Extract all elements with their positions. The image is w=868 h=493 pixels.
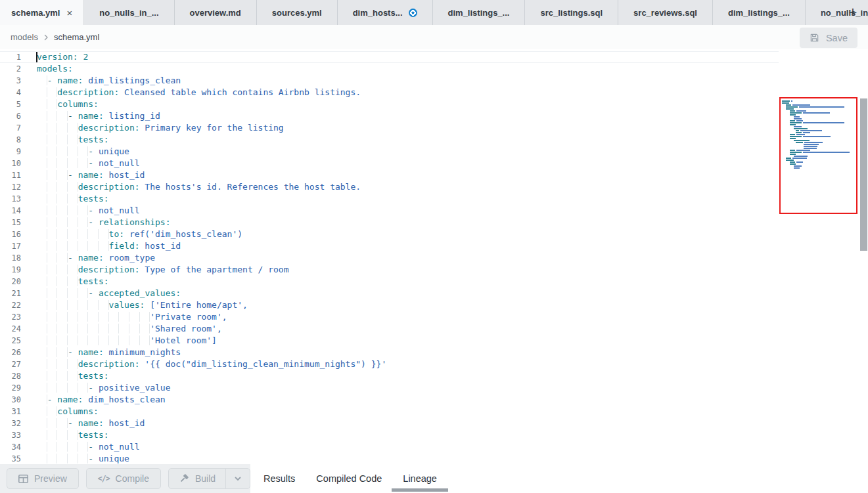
- code-editor[interactable]: 1version: 22models:3 - name: dim_listing…: [0, 49, 868, 464]
- code-line[interactable]: 7 description: Primary key for the listi…: [0, 122, 779, 134]
- code-line[interactable]: 19 description: Type of the apartment / …: [0, 264, 779, 276]
- code-line[interactable]: 30 - name: dim_hosts_clean: [0, 394, 779, 406]
- line-number: 21: [0, 288, 21, 299]
- yaml-key: name:: [78, 111, 104, 121]
- code-line[interactable]: 15 - relationships:: [0, 217, 779, 228]
- yaml-key: field:: [109, 241, 140, 251]
- tab-src-reviews-sql[interactable]: src_reviews.sql: [618, 0, 713, 25]
- tab-dim-listings[interactable]: dim_listings_...: [433, 0, 526, 25]
- minimap-line: [782, 167, 856, 169]
- yaml-dash: -: [68, 253, 78, 263]
- code-line[interactable]: 10 - not_null: [0, 158, 779, 169]
- code-line[interactable]: 9 - unique: [0, 146, 779, 158]
- minimap-line: [782, 148, 856, 149]
- yaml-key: models:: [37, 64, 73, 74]
- minimap[interactable]: [782, 100, 856, 169]
- minimap-line: [782, 122, 856, 123]
- minimap-key-bar: [790, 136, 802, 137]
- code-line[interactable]: 17 field: host_id: [0, 240, 779, 252]
- minimap-key-bar: [786, 106, 798, 108]
- yaml-value: not_null: [99, 442, 140, 452]
- indent-guides: [37, 371, 78, 381]
- compile-button[interactable]: </> Compile: [86, 468, 161, 489]
- code-line[interactable]: 8 tests:: [0, 134, 779, 146]
- minimap-value-bar: [804, 148, 817, 149]
- code-line[interactable]: 11 - name: host_id: [0, 169, 779, 181]
- tab-src-listings-sql[interactable]: src_listings.sql: [525, 0, 618, 25]
- line-number: 4: [0, 87, 21, 98]
- save-button[interactable]: Save: [800, 28, 857, 48]
- code-line[interactable]: 35 - unique: [0, 453, 779, 464]
- code-line[interactable]: 26 - name: minimum_nights: [0, 347, 779, 358]
- code-line[interactable]: 2models:: [0, 63, 779, 75]
- indent-guides: [37, 395, 47, 404]
- code-line[interactable]: 32 - name: host_id: [0, 418, 779, 429]
- code-line[interactable]: 31 columns:: [0, 406, 779, 418]
- code-line[interactable]: 3 - name: dim_listings_clean: [0, 75, 779, 87]
- minimap-value-bar: [794, 156, 808, 157]
- editor-scrollbar-thumb[interactable]: [860, 98, 867, 251]
- code-line[interactable]: 20 tests:: [0, 276, 779, 288]
- tab-sources-yml[interactable]: sources.yml: [257, 0, 338, 25]
- new-tab-button[interactable]: +: [843, 0, 863, 25]
- panel-tab-compiled-code[interactable]: Compiled Code: [316, 464, 382, 493]
- line-number: 12: [0, 181, 21, 193]
- tab-dim-hosts[interactable]: dim_hosts...: [338, 0, 433, 25]
- yaml-value: dim_listings_clean: [83, 75, 181, 85]
- line-number: 15: [0, 217, 21, 228]
- ide-window: schema.yml×no_nulls_in_...overview.mdsou…: [0, 0, 868, 493]
- yaml-dash: -: [47, 75, 58, 85]
- line-number: 18: [0, 252, 21, 264]
- tab-dim-listings[interactable]: dim_listings_...: [713, 0, 806, 25]
- code-line[interactable]: 27 description: '{{ doc("dim_listing_cle…: [0, 358, 779, 370]
- code-line[interactable]: 16 to: ref('dim_hosts_clean'): [0, 228, 779, 240]
- tab-no-nulls-in[interactable]: no_nulls_in_...: [84, 0, 174, 25]
- yaml-key: version:: [37, 52, 78, 62]
- minimap-line: [782, 114, 856, 116]
- line-number: 3: [0, 75, 21, 87]
- code-line[interactable]: 22 values: ['Entire home/apt',: [0, 299, 779, 311]
- code-line[interactable]: 14 - not_null: [0, 205, 779, 217]
- breadcrumb: models schema.yml: [0, 25, 868, 49]
- minimap-line: [782, 160, 856, 161]
- tab-schema-yml[interactable]: schema.yml×: [0, 0, 84, 25]
- code-line[interactable]: 29 - positive_value: [0, 382, 779, 394]
- line-number: 24: [0, 323, 21, 335]
- code-line[interactable]: 4 description: Cleansed table which cont…: [0, 87, 779, 98]
- code-line[interactable]: 18 - name: room_type: [0, 252, 779, 264]
- breadcrumb-folder[interactable]: models: [11, 32, 38, 42]
- minimap-key-bar: [794, 128, 808, 129]
- code-line[interactable]: 25 'Hotel room']: [0, 335, 779, 347]
- indent-guides: [37, 182, 78, 192]
- close-icon[interactable]: ×: [66, 8, 72, 18]
- code-line[interactable]: 6 - name: listing_id: [0, 110, 779, 122]
- indent-guides: [37, 146, 88, 156]
- code-line[interactable]: 21 - accepted_values:: [0, 288, 779, 299]
- code-line[interactable]: 12 description: The hosts's id. Referenc…: [0, 181, 779, 193]
- minimap-value-bar: [796, 150, 810, 151]
- preview-button[interactable]: Preview: [7, 468, 79, 489]
- code-line[interactable]: 13 tests:: [0, 193, 779, 205]
- yaml-key: name:: [57, 395, 83, 404]
- build-button[interactable]: Build: [169, 469, 225, 488]
- yaml-value: room_type: [104, 253, 155, 263]
- code-line[interactable]: 24 'Shared room',: [0, 323, 779, 335]
- yaml-key: tests:: [78, 194, 109, 204]
- code-line[interactable]: 1version: 2: [0, 51, 779, 63]
- code-line[interactable]: 28 tests:: [0, 370, 779, 382]
- tab-overview-md[interactable]: overview.md: [175, 0, 257, 25]
- code-line[interactable]: 33 tests:: [0, 429, 779, 441]
- code-line[interactable]: 5 columns:: [0, 98, 779, 110]
- line-number: 11: [0, 169, 21, 181]
- code-line[interactable]: 23 'Private room',: [0, 311, 779, 323]
- minimap-line: [782, 134, 856, 135]
- panel-tab-lineage[interactable]: Lineage: [403, 464, 437, 493]
- yaml-key: name:: [78, 253, 104, 263]
- build-split-button: Build: [168, 468, 250, 489]
- code-line[interactable]: 34 - not_null: [0, 441, 779, 453]
- panel-tab-results[interactable]: Results: [263, 464, 295, 493]
- minimap-line: [782, 138, 856, 139]
- build-dropdown-button[interactable]: [225, 469, 250, 488]
- minimap-key-bar: [790, 163, 796, 165]
- panel-tabs: ResultsCompiled CodeLineage: [250, 464, 868, 493]
